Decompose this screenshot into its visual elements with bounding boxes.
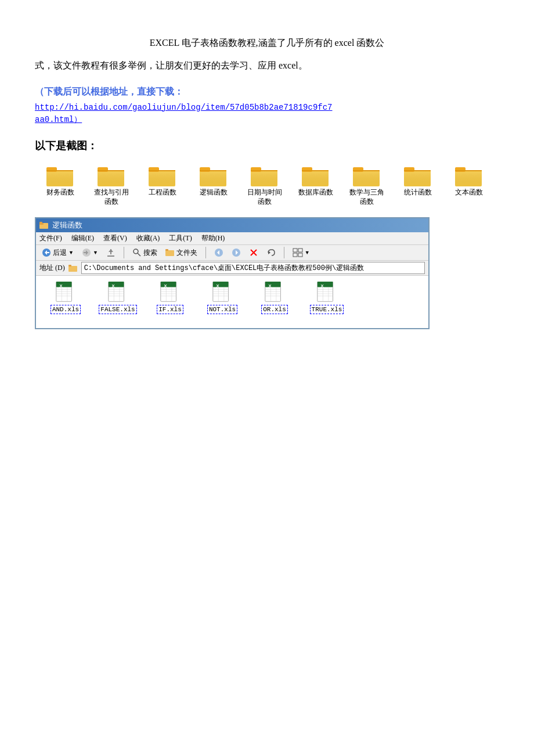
intro-line1: EXCEL 电子表格函数教程,涵盖了几乎所有的 excel 函数公 — [35, 35, 499, 52]
search-icon — [132, 248, 142, 257]
explorer-content: X AND.xls X — [36, 276, 428, 328]
xls-label: IF.xls — [157, 305, 183, 314]
folder-item-folder-caiwu[interactable]: 财务函数 — [35, 164, 86, 197]
xls-file-icon: X — [316, 282, 338, 305]
folder-item-folder-luoji[interactable]: 逻辑函数 — [188, 164, 239, 197]
xls-item-OR.xls[interactable]: X OR.xls — [254, 282, 295, 322]
explorer-menubar: 文件(F)编辑(E)查看(V)收藏(A)工具(T)帮助(H) — [36, 232, 428, 245]
menu-item-文件(F)[interactable]: 文件(F) — [39, 233, 62, 243]
svg-rect-59 — [293, 253, 297, 257]
folder-icon — [165, 249, 175, 257]
up-button[interactable] — [104, 247, 118, 258]
download-hint: （下载后可以根据地址，直接下载： — [35, 86, 499, 98]
folder-label: 日期与时间 函数 — [247, 188, 282, 207]
folder-icon — [149, 164, 176, 188]
svg-rect-27 — [353, 170, 380, 171]
svg-marker-56 — [268, 251, 270, 254]
delete-button[interactable] — [247, 247, 261, 258]
svg-rect-45 — [107, 255, 114, 257]
svg-rect-11 — [149, 170, 175, 171]
toolbar-sep1 — [124, 247, 124, 258]
svg-rect-9 — [149, 170, 175, 186]
back-button[interactable]: 后退 ▼ — [39, 247, 76, 258]
xls-file-icon: X — [264, 282, 286, 305]
xls-file-icon: X — [107, 282, 129, 305]
folder-label: 数学与三角 函数 — [349, 188, 384, 207]
view-button[interactable]: ▼ — [290, 247, 312, 258]
explorer-title: 逻辑函数 — [52, 220, 82, 231]
nav-btn1[interactable] — [212, 247, 226, 258]
svg-rect-58 — [298, 249, 302, 252]
xls-label: OR.xls — [261, 305, 288, 314]
xls-file-icon: X — [55, 282, 77, 305]
folder-label: 逻辑函数 — [200, 188, 228, 197]
toolbar-sep3 — [284, 247, 284, 258]
xls-file-icon: X — [211, 282, 233, 305]
folder-label: 财务函数 — [46, 188, 74, 197]
folder-item-folder-riqi[interactable]: 日期与时间 函数 — [239, 164, 290, 207]
delete-icon — [249, 248, 258, 257]
folder-button[interactable]: 文件夹 — [163, 247, 200, 258]
svg-rect-35 — [455, 170, 482, 171]
xls-label: AND.xls — [50, 305, 81, 314]
menu-item-查看(V)[interactable]: 查看(V) — [103, 233, 127, 243]
xls-label: TRUE.xls — [310, 305, 344, 314]
download-url1[interactable]: http://hi.baidu.com/gaoliujun/blog/item/… — [35, 103, 499, 112]
xls-file-icon: X — [159, 282, 181, 305]
xls-item-FALSE.xls[interactable]: X FALSE.xls — [98, 282, 138, 322]
folder-icon — [251, 164, 279, 188]
section-title: 以下是截图： — [35, 139, 499, 153]
menu-item-编辑(E)[interactable]: 编辑(E) — [71, 233, 94, 243]
xls-item-IF.xls[interactable]: X IF.xls — [150, 282, 190, 322]
forward-dropdown[interactable]: ▼ — [93, 250, 98, 255]
svg-rect-60 — [298, 253, 302, 257]
folder-icon — [302, 164, 330, 188]
nav-btn2[interactable] — [229, 247, 243, 258]
menu-item-帮助(H)[interactable]: 帮助(H) — [201, 233, 225, 243]
svg-point-46 — [134, 249, 138, 254]
svg-rect-19 — [251, 170, 277, 171]
folder-item-folder-gongcheng[interactable]: 工程函数 — [137, 164, 188, 197]
xls-item-TRUE.xls[interactable]: X TRUE.xls — [306, 282, 347, 322]
folder-item-folder-shujuku[interactable]: 数据库函数 — [290, 164, 341, 197]
xls-item-NOT.xls[interactable]: X NOT.xls — [202, 282, 243, 322]
svg-rect-57 — [293, 249, 297, 252]
folder-label: 查找与引用 函数 — [94, 188, 129, 207]
intro-line2: 式，该文件教程有很多举例，让朋友们更好的去学习、应用 excel。 — [35, 57, 499, 74]
back-label: 后退 — [53, 248, 67, 258]
undo-button[interactable] — [264, 247, 278, 258]
svg-rect-1 — [46, 170, 73, 186]
xls-label: NOT.xls — [207, 305, 237, 314]
nav-icon1 — [214, 248, 223, 257]
xls-item-AND.xls[interactable]: X AND.xls — [45, 282, 86, 322]
folder-item-folder-wenben[interactable]: 文本函数 — [443, 164, 495, 197]
address-folder-icon — [68, 264, 78, 272]
view-dropdown[interactable]: ▼ — [305, 250, 310, 255]
folder-label: 文件夹 — [176, 248, 197, 258]
folder-icon — [353, 164, 381, 188]
svg-rect-61 — [68, 266, 77, 272]
svg-rect-48 — [165, 250, 174, 256]
svg-rect-62 — [68, 265, 71, 267]
svg-rect-25 — [353, 170, 380, 186]
folder-label: 文本函数 — [455, 188, 483, 197]
folder-icon — [46, 164, 74, 188]
search-button[interactable]: 搜索 — [130, 247, 160, 258]
xls-label: FALSE.xls — [99, 305, 136, 314]
folder-item-folder-shuxue[interactable]: 数学与三角 函数 — [341, 164, 392, 207]
back-dropdown[interactable]: ▼ — [68, 250, 74, 255]
explorer-titlebar: 逻辑函数 — [36, 218, 428, 232]
explorer-addressbar: 地址 (D) C:\Documents and Settings\cface\桌… — [36, 261, 428, 276]
address-path[interactable]: C:\Documents and Settings\cface\桌面\EXCEL… — [81, 262, 425, 274]
folder-grid: 财务函数 查找与引用 函数 — [35, 164, 499, 207]
svg-rect-33 — [455, 170, 482, 186]
folder-item-folder-tongji[interactable]: 统计函数 — [392, 164, 443, 197]
forward-button[interactable]: ▼ — [80, 247, 100, 258]
download-url2[interactable]: aa0.html） — [35, 114, 499, 125]
menu-item-收藏(A)[interactable]: 收藏(A) — [136, 233, 160, 243]
svg-rect-23 — [302, 170, 329, 171]
folder-item-folder-chazhao[interactable]: 查找与引用 函数 — [86, 164, 137, 207]
search-label: 搜索 — [143, 248, 157, 258]
svg-rect-3 — [46, 170, 73, 171]
menu-item-工具(T)[interactable]: 工具(T) — [169, 233, 192, 243]
